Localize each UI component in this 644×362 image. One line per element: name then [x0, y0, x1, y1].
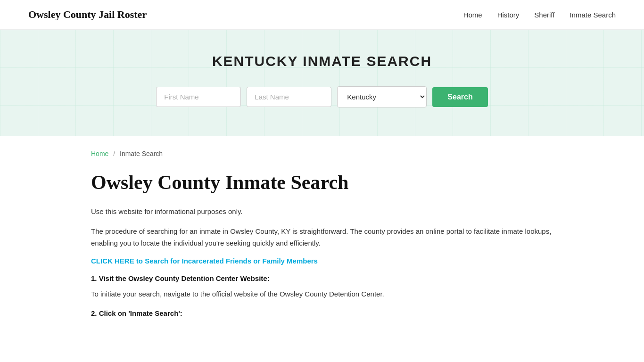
breadcrumb-current: Inmate Search [120, 150, 163, 157]
last-name-input[interactable] [247, 87, 331, 107]
search-form: KentuckyAlabamaAlaskaArizonaArkansasCali… [9, 86, 635, 107]
nav-sheriff[interactable]: Sheriff [534, 11, 554, 19]
step1-heading: 1. Visit the Owsley County Detention Cen… [91, 274, 553, 282]
search-button[interactable]: Search [432, 87, 487, 107]
hero-banner: KENTUCKY INMATE SEARCH KentuckyAlabamaAl… [0, 30, 644, 136]
main-content: Home / Inmate Search Owsley County Inmat… [63, 136, 581, 351]
site-title: Owsley County Jail Roster [28, 8, 147, 21]
first-name-input[interactable] [156, 87, 241, 107]
state-select[interactable]: KentuckyAlabamaAlaskaArizonaArkansasCali… [337, 86, 427, 107]
step1-text: To initiate your search, navigate to the… [91, 288, 553, 300]
step2-heading: 2. Click on 'Inmate Search': [91, 309, 553, 317]
hero-title: KENTUCKY INMATE SEARCH [9, 53, 635, 69]
intro-paragraph-1: Use this website for informational purpo… [91, 206, 553, 218]
main-nav: Home History Sheriff Inmate Search [463, 11, 616, 19]
intro-paragraph-2: The procedure of searching for an inmate… [91, 225, 553, 249]
site-header: Owsley County Jail Roster Home History S… [0, 0, 644, 30]
breadcrumb-separator: / [113, 150, 115, 157]
nav-inmate-search[interactable]: Inmate Search [570, 11, 616, 19]
breadcrumb-home-link[interactable]: Home [91, 150, 108, 157]
page-title: Owsley County Inmate Search [91, 171, 553, 194]
nav-home[interactable]: Home [463, 11, 482, 19]
breadcrumb: Home / Inmate Search [91, 150, 553, 157]
nav-history[interactable]: History [497, 11, 520, 19]
click-here-link[interactable]: CLICK HERE to Search for Incarcerated Fr… [91, 257, 318, 265]
